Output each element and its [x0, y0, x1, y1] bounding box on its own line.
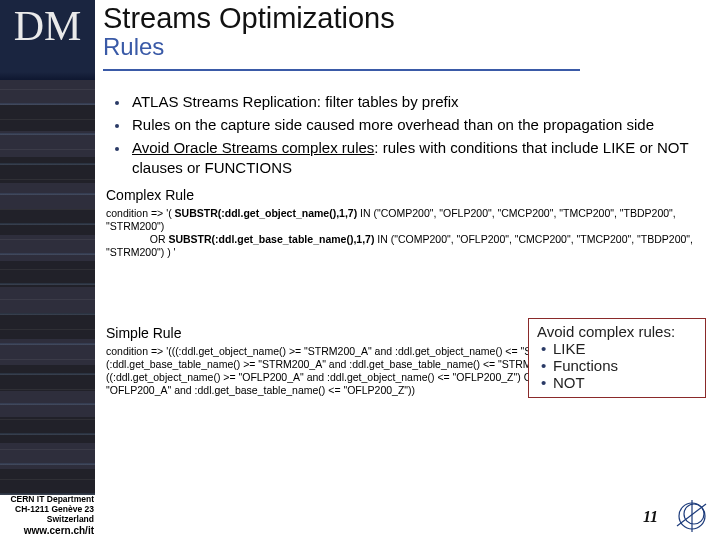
logo-cern-text: CERN — [649, 22, 679, 32]
code-highlight: SUBSTR(:ddl.get_object_name(),1,7) — [175, 207, 358, 219]
cern-logo-icon — [672, 496, 712, 536]
footer-address: CERN IT Department CH-1211 Genève 23 Swi… — [0, 495, 100, 536]
page-title: Streams Optimizations — [103, 2, 712, 35]
footer: CERN IT Department CH-1211 Genève 23 Swi… — [0, 495, 720, 540]
complex-rule-code: condition => '( SUBSTR(:ddl.get_object_n… — [106, 207, 704, 260]
warning-box: Avoid complex rules: LIKE Functions NOT — [528, 318, 706, 398]
title-underline — [103, 69, 580, 71]
header-banner: DM Streams Optimizations Rules CERNIT De… — [0, 0, 720, 80]
footer-line: Switzerland — [0, 515, 94, 525]
complex-rule-label: Complex Rule — [106, 187, 710, 205]
dm-text: DM — [14, 2, 82, 50]
logo-dept-text: Department — [649, 33, 711, 44]
avoid-phrase: Avoid Oracle Streams complex rules — [132, 139, 374, 156]
bullet-item: Avoid Oracle Streams complex rules: rule… — [130, 138, 710, 176]
warning-item: NOT — [537, 374, 697, 391]
page-subtitle: Rules — [103, 33, 712, 61]
sidebar-decorative-image — [0, 80, 95, 495]
bullet-item: ATLAS Streams Replication: filter tables… — [130, 92, 710, 111]
cern-it-logo: CERNIT Department — [649, 4, 711, 44]
title-block: Streams Optimizations Rules — [95, 0, 720, 80]
page-number: 11 — [643, 508, 658, 526]
footer-url: www.cern.ch/it — [0, 525, 94, 537]
bullet-item: Rules on the capture side caused more ov… — [130, 115, 710, 134]
warning-title: Avoid complex rules: — [537, 323, 697, 340]
warning-item: LIKE — [537, 340, 697, 357]
warning-item: Functions — [537, 357, 697, 374]
dm-badge: DM — [0, 0, 95, 80]
bullet-list: ATLAS Streams Replication: filter tables… — [100, 92, 710, 177]
svg-point-1 — [684, 504, 704, 524]
code-highlight: SUBSTR(:ddl.get_base_table_name(),1,7) — [168, 233, 374, 245]
